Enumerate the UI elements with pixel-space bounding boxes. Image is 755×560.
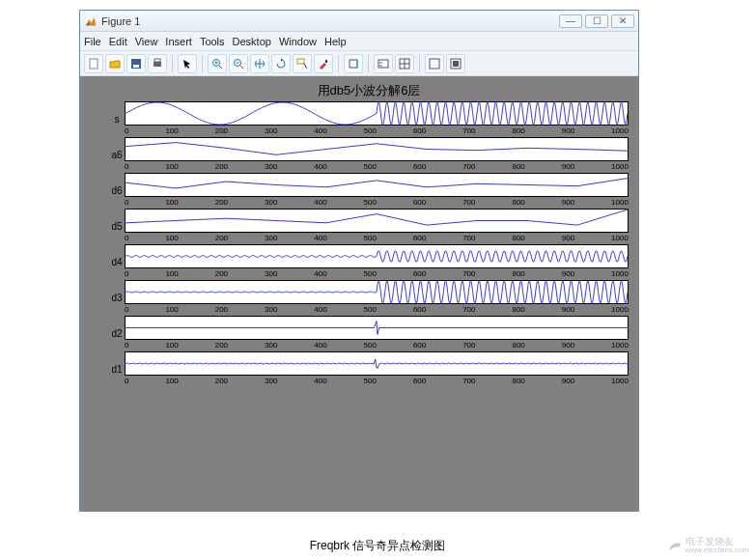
subplot-row: d610-101002003004005006007008009001000 bbox=[109, 173, 629, 209]
zoom-in-icon[interactable] bbox=[208, 54, 227, 73]
subplot-row: d20.50-0.5010020030040050060070080090010… bbox=[109, 316, 629, 351]
subplot-axes: 0.50-0.501002003004005006007008009001000 bbox=[125, 316, 629, 351]
subplot-axes: 20-201002003004005006007008009001000 bbox=[125, 137, 629, 173]
subplot-ylabel: d5 bbox=[109, 221, 125, 232]
svg-rect-25 bbox=[453, 61, 459, 67]
new-icon[interactable] bbox=[84, 54, 103, 73]
subplot-ylabel: d1 bbox=[109, 364, 125, 375]
pan-icon[interactable] bbox=[250, 54, 269, 73]
subplot-axes: 20-201002003004005006007008009001000 bbox=[125, 244, 629, 280]
brush-icon[interactable] bbox=[314, 54, 333, 73]
dock-icon[interactable] bbox=[425, 54, 444, 73]
watermark: 电子发烧友 www.elecfans.com bbox=[667, 537, 749, 554]
svg-rect-2 bbox=[133, 65, 139, 68]
menu-view[interactable]: View bbox=[135, 36, 158, 47]
watermark-icon bbox=[667, 540, 683, 551]
toolbar bbox=[80, 51, 638, 76]
close-button[interactable]: ✕ bbox=[611, 14, 634, 28]
window-controls: — ☐ ✕ bbox=[559, 14, 634, 28]
zoom-out-icon[interactable] bbox=[229, 54, 248, 73]
menu-window[interactable]: Window bbox=[279, 36, 317, 47]
annotate-icon[interactable] bbox=[446, 54, 465, 73]
watermark-url: www.elecfans.com bbox=[685, 546, 749, 554]
svg-line-13 bbox=[304, 64, 307, 69]
subplot-ylabel: s bbox=[109, 114, 125, 125]
subplot-ylabel: d6 bbox=[109, 185, 125, 196]
subplot-row: d30.50-0.5010020030040050060070080090010… bbox=[109, 280, 629, 316]
menubar: File Edit View Insert Tools Desktop Wind… bbox=[80, 32, 638, 51]
subplot-ylabel: d2 bbox=[109, 328, 125, 339]
menu-insert[interactable]: Insert bbox=[165, 36, 192, 47]
maximize-button[interactable]: ☐ bbox=[585, 14, 608, 28]
svg-rect-14 bbox=[325, 60, 327, 63]
grid-icon[interactable] bbox=[395, 54, 414, 73]
figure-title: 用db5小波分解6层 bbox=[109, 82, 629, 99]
save-icon[interactable] bbox=[126, 54, 146, 73]
menu-tools[interactable]: Tools bbox=[200, 36, 225, 47]
pointer-icon[interactable] bbox=[178, 54, 197, 73]
rotate-icon[interactable] bbox=[271, 54, 291, 73]
subplot-axes: 10-101002003004005006007008009001000 bbox=[125, 173, 629, 209]
svg-rect-23 bbox=[430, 59, 439, 69]
subplot-row: d10.50-0.5010020030040050060070080090010… bbox=[109, 351, 629, 387]
subplot-row: a620-201002003004005006007008009001000 bbox=[109, 137, 629, 173]
svg-rect-12 bbox=[297, 59, 304, 64]
titlebar: Figure 1 — ☐ ✕ bbox=[80, 11, 638, 32]
svg-rect-3 bbox=[154, 62, 161, 67]
legend-icon[interactable] bbox=[374, 54, 393, 73]
menu-help[interactable]: Help bbox=[324, 36, 347, 47]
subplot-row: d420-201002003004005006007008009001000 bbox=[109, 244, 629, 280]
svg-rect-0 bbox=[90, 59, 98, 69]
subplot-ylabel: a6 bbox=[109, 150, 125, 160]
subplot-ylabel: d3 bbox=[109, 293, 125, 303]
svg-rect-17 bbox=[378, 60, 388, 68]
open-icon[interactable] bbox=[105, 54, 125, 73]
matlab-icon bbox=[84, 14, 98, 28]
svg-rect-16 bbox=[356, 60, 358, 68]
menu-desktop[interactable]: Desktop bbox=[233, 36, 271, 47]
subplot-axes: 0.50-0.501002003004005006007008009001000 bbox=[125, 280, 629, 316]
datacursor-icon[interactable] bbox=[293, 54, 312, 73]
subplot-row: s10-101002003004005006007008009001000 bbox=[109, 101, 629, 137]
figure-caption: Freqbrk 信号奇异点检测图 bbox=[0, 538, 755, 554]
subplot-axes: 0.50-0.501002003004005006007008009001000 bbox=[125, 209, 629, 244]
window-title: Figure 1 bbox=[101, 15, 140, 27]
subplot-row: d50.50-0.5010020030040050060070080090010… bbox=[109, 209, 629, 244]
colorbar-icon[interactable] bbox=[344, 54, 363, 73]
print-icon[interactable] bbox=[148, 54, 167, 73]
subplot-axes: 10-101002003004005006007008009001000 bbox=[125, 101, 629, 137]
svg-line-6 bbox=[219, 66, 222, 69]
subplot-axes: 0.50-0.501002003004005006007008009001000 bbox=[125, 351, 629, 387]
minimize-button[interactable]: — bbox=[559, 14, 582, 28]
svg-rect-4 bbox=[154, 59, 160, 62]
menu-edit[interactable]: Edit bbox=[109, 36, 127, 47]
svg-rect-15 bbox=[350, 60, 357, 68]
figure-window: Figure 1 — ☐ ✕ File Edit View Insert Too… bbox=[79, 10, 639, 512]
subplot-ylabel: d4 bbox=[109, 257, 125, 267]
svg-line-10 bbox=[240, 66, 243, 69]
figure-area: 用db5小波分解6层 s10-1010020030040050060070080… bbox=[80, 76, 638, 511]
menu-file[interactable]: File bbox=[84, 36, 101, 47]
